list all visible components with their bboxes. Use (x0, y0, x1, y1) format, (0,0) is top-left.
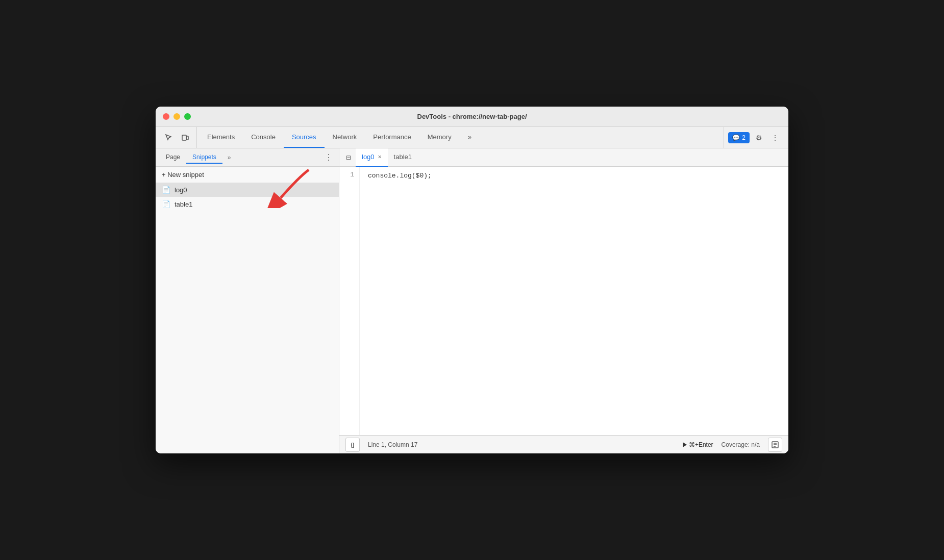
sidebar-menu-button[interactable]: ⋮ (322, 151, 335, 164)
tab-elements[interactable]: Elements (199, 127, 243, 148)
sidebar-tab-page[interactable]: Page (160, 151, 186, 164)
close-button[interactable] (163, 113, 169, 120)
inspect-element-button[interactable] (162, 131, 176, 145)
sidebar-tabs: Page Snippets » ⋮ (156, 148, 339, 167)
more-options-button[interactable]: ⋮ (768, 131, 782, 145)
sidebar-content: + New snippet 📄 log0 (156, 167, 339, 453)
main-toolbar: Elements Console Sources Network Perform… (156, 127, 788, 148)
run-button[interactable]: ⌘+Enter (683, 441, 713, 448)
editor-tab-log0-close[interactable]: ✕ (378, 154, 382, 160)
cursor-position: Line 1, Column 17 (368, 441, 417, 448)
new-snippet-label: + New snippet (162, 171, 204, 179)
status-bar: {} Line 1, Column 17 ⌘+Enter Coverage: n… (339, 435, 788, 453)
code-editor[interactable]: console.log($0); (360, 167, 788, 435)
snippet-name-table1: table1 (175, 200, 192, 208)
toolbar-right: 💬 2 ⚙ ⋮ (724, 127, 786, 148)
settings-button[interactable]: ⚙ (752, 131, 766, 145)
editor-tab-log0[interactable]: log0 ✕ (356, 148, 388, 167)
devtools-window: DevTools - chrome://new-tab-page/ Elemen… (156, 107, 788, 453)
snippet-log0-wrapper: 📄 log0 (156, 183, 339, 197)
editor-tab-table1-label: table1 (394, 153, 412, 161)
run-icon (683, 442, 687, 447)
svg-rect-1 (186, 136, 188, 140)
new-snippet-button[interactable]: + New snippet (156, 167, 339, 183)
snippet-item-log0[interactable]: 📄 log0 (156, 183, 339, 197)
snippet-icon-log0: 📄 (162, 186, 170, 194)
coverage-status: Coverage: n/a (722, 441, 760, 448)
editor-tabs: ⊟ log0 ✕ table1 (339, 148, 788, 167)
issues-icon: 💬 (732, 134, 740, 141)
tab-network[interactable]: Network (325, 127, 365, 148)
maximize-button[interactable] (184, 113, 191, 120)
format-button[interactable]: {} (345, 438, 360, 452)
issues-count: 2 (742, 134, 746, 141)
sidebar-tab-snippets[interactable]: Snippets (186, 151, 222, 164)
editor-tab-log0-label: log0 (362, 153, 375, 161)
line-number-1: 1 (339, 171, 354, 179)
window-title: DevTools - chrome://new-tab-page/ (417, 113, 527, 120)
issues-badge-button[interactable]: 💬 2 (728, 132, 750, 143)
snippet-name-log0: log0 (175, 186, 187, 194)
editor-area: ⊟ log0 ✕ table1 1 console.log($0); {} Li… (339, 148, 788, 453)
sidebar-tab-more[interactable]: » (225, 152, 234, 163)
nav-tabs: Elements Console Sources Network Perform… (199, 127, 724, 148)
format-svg-icon (772, 441, 779, 448)
main-content: Page Snippets » ⋮ + New snippet 📄 log0 (156, 148, 788, 453)
tab-performance[interactable]: Performance (365, 127, 419, 148)
tab-memory[interactable]: Memory (419, 127, 460, 148)
titlebar: DevTools - chrome://new-tab-page/ (156, 107, 788, 127)
editor-tab-table1[interactable]: table1 (388, 148, 418, 167)
editor-drawer-button[interactable]: ⊟ (341, 150, 356, 165)
format-icon-button[interactable] (768, 438, 782, 452)
sidebar: Page Snippets » ⋮ + New snippet 📄 log0 (156, 148, 339, 453)
device-toolbar-button[interactable] (178, 131, 192, 145)
status-right: ⌘+Enter Coverage: n/a (683, 438, 782, 452)
editor-body: 1 console.log($0); (339, 167, 788, 435)
traffic-lights (163, 113, 191, 120)
line-numbers: 1 (339, 167, 360, 435)
toolbar-left-icons (158, 127, 197, 148)
run-shortcut: ⌘+Enter (689, 441, 713, 448)
status-left: {} Line 1, Column 17 (345, 438, 417, 452)
snippet-item-table1[interactable]: 📄 table1 (156, 197, 339, 211)
minimize-button[interactable] (173, 113, 180, 120)
tab-sources[interactable]: Sources (284, 127, 325, 148)
code-line-1: console.log($0); (368, 172, 432, 180)
tab-console[interactable]: Console (243, 127, 284, 148)
snippet-icon-table1: 📄 (162, 200, 170, 208)
tab-more[interactable]: » (460, 127, 480, 148)
svg-rect-0 (182, 135, 186, 140)
